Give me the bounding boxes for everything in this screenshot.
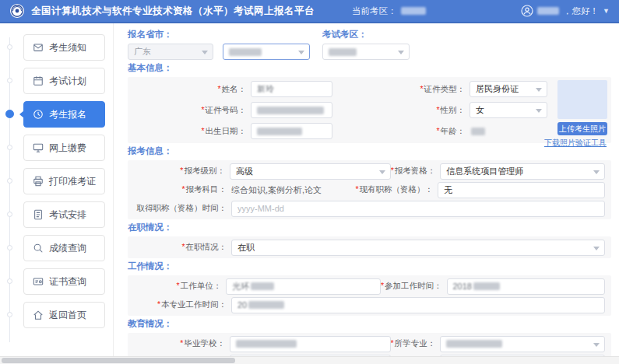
redacted-value	[236, 340, 297, 348]
download-photo-tool-link[interactable]: 下载照片验证工具	[544, 138, 607, 149]
chevron-down-icon	[593, 343, 600, 350]
redacted-value	[446, 340, 502, 348]
province-select[interactable]: 广东	[128, 44, 213, 60]
sidebar-item-label: 打印准考证	[49, 175, 96, 188]
upload-photo-button[interactable]: 上传考生照片	[557, 122, 607, 135]
apply-info-box: *报考级别： 高级 *报考资格： 信息系统项目管理师 *报考科目： 综合知识,案…	[128, 160, 611, 219]
sidebar-item-score-inquiry[interactable]: 成绩查询	[23, 235, 105, 261]
major-relation-label: *所学专业：	[391, 338, 441, 349]
timeline-dot	[7, 178, 12, 184]
calendar-icon	[33, 75, 44, 86]
current-exam-area: 当前考区：	[352, 5, 426, 17]
sidebar-item-label: 考生须知	[49, 41, 86, 54]
sidebar-item-notice[interactable]: 考生须知	[23, 34, 105, 61]
certificate-icon	[33, 276, 44, 287]
section-title-employment: 在职情况：	[128, 222, 611, 233]
employer-input[interactable]: 光环	[226, 278, 381, 295]
exam-area-group: 考试考区：	[322, 26, 410, 60]
title-time-label: 取得职称（资格）时间：	[134, 203, 231, 214]
sidebar-item-exam-plan[interactable]: 考试计划	[23, 68, 105, 94]
current-area-label: 当前考区：	[352, 5, 397, 17]
id-number-input[interactable]	[251, 102, 332, 118]
name-label: *姓名：	[134, 84, 251, 95]
monitor-icon	[33, 142, 44, 153]
sidebar-item-exam-arrangement[interactable]: 考试安排	[23, 201, 105, 228]
sidebar-item-label: 证书查询	[49, 275, 86, 289]
chevron-down-icon	[536, 88, 542, 95]
major-relation-select[interactable]	[440, 336, 605, 352]
document-icon	[33, 209, 44, 220]
sidebar-item-registration[interactable]: 考生报名	[23, 101, 105, 128]
timeline-dot	[7, 44, 12, 50]
chevron-down-icon[interactable]: ▼	[603, 7, 610, 15]
timeline-dot	[7, 145, 12, 150]
notice-icon	[33, 42, 44, 53]
chevron-down-icon	[593, 247, 600, 254]
level-select[interactable]: 高级	[230, 163, 391, 180]
school-input[interactable]	[230, 336, 391, 352]
search-icon	[33, 243, 44, 254]
subjects-value: 综合知识,案例分析,论文	[231, 184, 322, 196]
candidate-photo-placeholder	[557, 80, 607, 119]
app-window: 全国计算机技术与软件专业技术资格（水平）考试网上报名平台 当前考区： ，您好！ …	[0, 0, 619, 364]
level-label: *报考级别：	[134, 166, 230, 177]
sidebar-item-print-ticket[interactable]: 打印准考证	[23, 168, 105, 194]
employment-box: *在职情况： 在职	[128, 236, 611, 258]
timeline-dot	[7, 212, 12, 217]
id-type-select[interactable]: 居民身份证	[470, 81, 547, 97]
sidebar-item-label: 成绩查询	[49, 242, 86, 255]
main-content: 报名省市： 广东 考试考区：	[113, 23, 619, 364]
site-logo-icon	[9, 3, 25, 19]
timeline-dot	[7, 312, 12, 317]
qualification-select[interactable]: 信息系统项目管理师	[440, 163, 605, 180]
timeline-dot	[7, 278, 12, 284]
id-number-label: *证件号码：	[134, 105, 251, 116]
user-icon	[521, 5, 533, 17]
employment-status-select[interactable]: 在职	[231, 240, 605, 256]
sidebar-item-home[interactable]: 返回首页	[23, 302, 105, 328]
clock-icon	[33, 109, 44, 120]
work-box: *工作单位： 光环 *参加工作时间： 2018 *本专业工作时间： 20	[128, 275, 611, 316]
birth-date-input[interactable]	[251, 123, 332, 139]
name-input[interactable]: 新玲	[251, 81, 332, 97]
qualification-label: *报考资格：	[391, 166, 441, 177]
home-icon	[33, 310, 44, 320]
chevron-down-icon	[536, 109, 542, 116]
current-title-input[interactable]: 无	[438, 182, 605, 198]
horizontal-scrollbar[interactable]	[0, 356, 619, 364]
gender-select[interactable]: 女	[470, 102, 547, 118]
section-title-apply: 报考信息：	[128, 145, 611, 157]
age-value	[470, 123, 547, 139]
field-years-input[interactable]: 20	[231, 297, 605, 313]
sidebar-item-label: 网上缴费	[49, 142, 86, 155]
current-title-label: *现有职称（资格）：	[355, 184, 438, 195]
sidebar-item-payment[interactable]: 网上缴费	[23, 135, 105, 161]
province-group: 报名省市： 广东	[128, 26, 310, 60]
chevron-down-icon	[379, 170, 385, 177]
work-start-input[interactable]: 2018	[447, 278, 606, 295]
redacted-value	[251, 282, 274, 290]
timeline-dot-active	[5, 110, 14, 118]
timeline-dot	[7, 245, 12, 250]
header: 全国计算机技术与软件专业技术资格（水平）考试网上报名平台 当前考区： ，您好！ …	[0, 0, 619, 23]
city-select[interactable]	[223, 44, 310, 60]
employer-label: *工作单位：	[134, 281, 226, 292]
field-years-label: *本专业工作时间：	[134, 299, 231, 310]
chevron-down-icon	[398, 51, 404, 58]
horizontal-scrollbar-thumb[interactable]	[2, 358, 235, 363]
gender-label: *性别：	[436, 105, 470, 116]
section-title-basic: 基本信息：	[128, 62, 611, 74]
redacted-username	[537, 7, 559, 15]
sidebar-item-certificate-inquiry[interactable]: 证书查询	[23, 268, 105, 295]
timeline-dot	[7, 78, 12, 83]
redacted-value	[471, 128, 485, 135]
province-label: 报名省市：	[128, 29, 310, 40]
user-menu[interactable]: ，您好！ ▼	[521, 5, 610, 17]
id-type-label: *证件类型：	[420, 84, 470, 95]
subjects-label: *报考科目：	[134, 184, 231, 195]
school-label: *毕业学校：	[134, 338, 230, 349]
redacted-value	[257, 107, 324, 114]
chevron-down-icon	[298, 51, 304, 58]
title-time-input[interactable]: yyyy-MM-dd	[231, 201, 605, 217]
exam-area-select[interactable]	[322, 44, 410, 60]
